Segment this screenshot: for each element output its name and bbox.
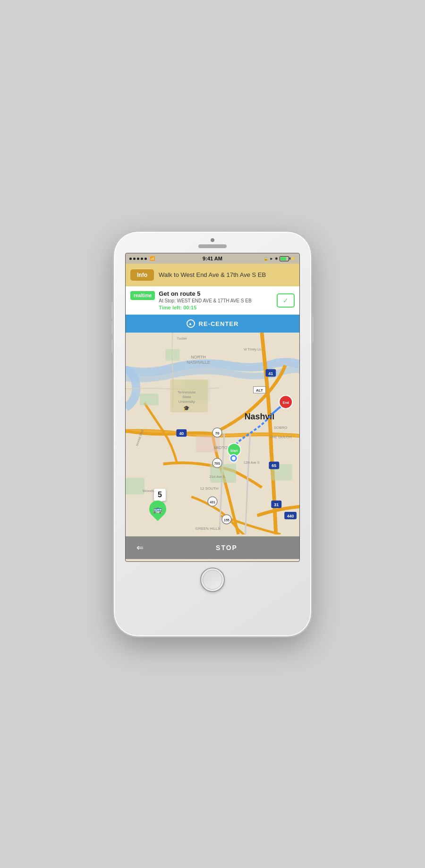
signal-dot-4 <box>141 258 143 260</box>
speaker <box>198 244 227 248</box>
back-icon: ⇐ <box>136 542 144 553</box>
bus-icon: 🚌 <box>153 504 162 513</box>
status-right-icons: 🔒 ► ✱ ⚡ <box>264 256 296 261</box>
svg-point-51 <box>232 457 236 460</box>
svg-text:GREEN HILLS: GREEN HILLS <box>196 526 221 531</box>
svg-text:NORTH: NORTH <box>191 355 206 359</box>
phone-device: 📶 9:41 AM 🔒 ► ✱ ⚡ Info Walk to West End … <box>113 231 312 637</box>
svg-text:🎓: 🎓 <box>183 405 190 411</box>
svg-text:155: 155 <box>224 518 230 522</box>
lock-icon: 🔒 <box>264 257 268 261</box>
arrow-up-icon: ▲ <box>188 321 193 326</box>
svg-text:70S: 70S <box>214 462 221 465</box>
info-button[interactable]: Info <box>130 269 154 281</box>
svg-text:12 SOUTH: 12 SOUTH <box>200 486 219 491</box>
route-info: Get on route 5 At Stop: WEST END AVE & 1… <box>159 290 273 310</box>
svg-text:70: 70 <box>215 431 220 435</box>
volume-up-button[interactable] <box>111 321 113 334</box>
route-title: Get on route 5 <box>159 290 273 297</box>
svg-text:Tucker: Tucker <box>177 337 187 340</box>
back-button[interactable]: ⇐ <box>126 542 154 553</box>
recenter-label: RE-CENTER <box>199 320 239 327</box>
charging-icon: ⚡ <box>290 256 296 261</box>
route-number-badge: 5 <box>154 489 166 501</box>
svg-text:431: 431 <box>210 501 215 504</box>
svg-text:21st Ave S: 21st Ave S <box>209 475 225 478</box>
screen: 📶 9:41 AM 🔒 ► ✱ ⚡ Info Walk to West End … <box>125 253 300 562</box>
svg-text:40: 40 <box>179 431 184 436</box>
map-area[interactable]: 40 70 70S 431 155 65 440 <box>126 333 299 536</box>
svg-text:12th Ave S: 12th Ave S <box>244 461 260 464</box>
wifi-icon: 📶 <box>150 256 155 261</box>
svg-text:41: 41 <box>268 371 273 376</box>
svg-text:W Trinity Ln: W Trinity Ln <box>244 348 261 351</box>
svg-text:SOBRO: SOBRO <box>274 426 288 430</box>
svg-text:ALT: ALT <box>256 388 263 392</box>
location-icon: ► <box>270 257 273 261</box>
camera <box>211 238 214 242</box>
status-bar: 📶 9:41 AM 🔒 ► ✱ ⚡ <box>126 253 299 264</box>
signal-dot-3 <box>137 258 139 260</box>
info-direction-text: Walk to West End Ave & 17th Ave S EB <box>159 271 266 279</box>
check-icon: ✓ <box>283 297 289 304</box>
navigation-icon: ▲ <box>187 319 195 328</box>
signal-dot-1 <box>129 258 132 260</box>
svg-text:31: 31 <box>274 502 279 507</box>
signal-area: 📶 <box>129 256 155 261</box>
bus-location-pin: 🚌 <box>149 501 166 517</box>
svg-text:State: State <box>182 395 191 399</box>
route-card: realtime Get on route 5 At Stop: WEST EN… <box>126 286 299 315</box>
svg-text:NASHVILLE: NASHVILLE <box>187 360 210 365</box>
recenter-bar[interactable]: ▲ RE-CENTER <box>126 315 299 333</box>
bluetooth-icon: ✱ <box>275 257 278 261</box>
check-button[interactable]: ✓ <box>277 293 295 308</box>
signal-dot-5 <box>144 258 147 260</box>
svg-text:Start: Start <box>230 449 238 452</box>
signal-dot-2 <box>133 258 136 260</box>
bottom-bar: ⇐ STOP <box>126 536 299 559</box>
svg-rect-1 <box>140 393 159 405</box>
info-bar: Info Walk to West End Ave & 17th Ave S E… <box>126 264 299 286</box>
realtime-badge: realtime <box>130 291 155 300</box>
stop-button[interactable]: STOP <box>154 544 299 551</box>
svg-rect-6 <box>166 349 180 361</box>
route-time: Time left: 00:15 <box>159 305 273 310</box>
mute-button[interactable] <box>111 305 113 315</box>
svg-rect-3 <box>126 478 144 494</box>
time-left-label: Time left: <box>159 305 182 310</box>
svg-text:Tennessee: Tennessee <box>178 390 196 394</box>
svg-text:University: University <box>178 400 195 404</box>
status-time: 9:41 AM <box>203 256 222 261</box>
route-stop: At Stop: WEST END AVE & 17TH AVE S EB <box>159 298 273 303</box>
bus-pin-circle: 🚌 <box>146 497 170 521</box>
svg-text:End: End <box>283 401 289 404</box>
battery-fill <box>280 257 286 260</box>
volume-down-button[interactable] <box>111 339 113 352</box>
home-button[interactable] <box>200 568 225 592</box>
battery-indicator <box>280 256 289 261</box>
svg-text:440: 440 <box>287 514 294 518</box>
time-left-value: 00:15 <box>183 305 196 310</box>
svg-text:65: 65 <box>272 463 276 468</box>
home-button-inner <box>203 570 222 590</box>
svg-text:THE GULCH: THE GULCH <box>270 435 291 439</box>
